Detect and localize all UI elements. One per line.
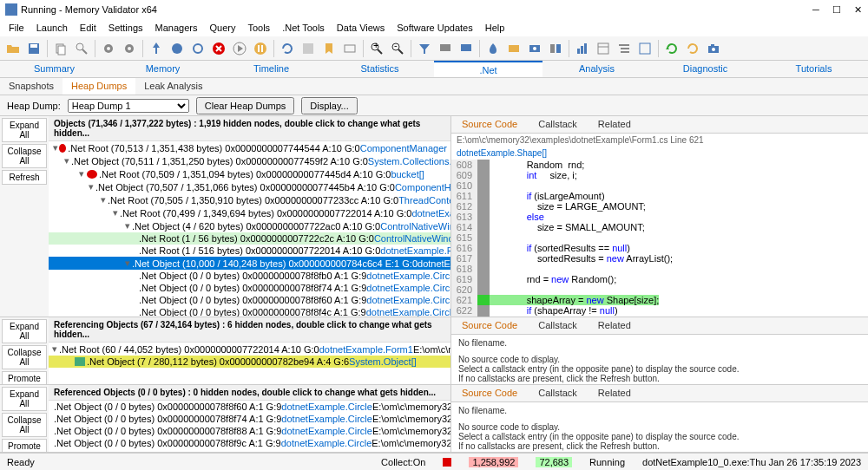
- tree-icon[interactable]: [615, 39, 634, 58]
- menu--net-tools[interactable]: .Net Tools: [277, 21, 330, 35]
- source-line[interactable]: 611 if (isLargeAmount): [451, 191, 868, 201]
- display-icon[interactable]: [436, 39, 455, 58]
- recycle2-icon[interactable]: [683, 39, 702, 58]
- menu-file[interactable]: File: [3, 21, 30, 35]
- tree-row[interactable]: ▾.Net Object (70,507 / 1,351,066 bytes) …: [49, 180, 450, 193]
- tree-row[interactable]: .Net Object (0 / 0 bytes) 0x00000000078f…: [49, 294, 450, 306]
- main-tab-summary[interactable]: Summary: [0, 61, 108, 77]
- source-tab-callstack[interactable]: Callstack: [528, 317, 588, 334]
- gear2-icon[interactable]: [120, 39, 139, 58]
- tree-row[interactable]: ▾.Net Object (4 / 620 bytes) 0x000000000…: [49, 219, 450, 232]
- play-icon[interactable]: [230, 39, 249, 58]
- zoom-out-icon[interactable]: -: [388, 39, 407, 58]
- table-icon[interactable]: [594, 39, 613, 58]
- menu-edit[interactable]: Edit: [75, 21, 102, 35]
- zoom-in-icon[interactable]: +: [367, 39, 386, 58]
- objects-header[interactable]: Objects (71,346 / 1,377,222 bytes) : 1,9…: [49, 116, 450, 141]
- source-line[interactable]: 614 size = SMALL_AMOUNT;: [451, 222, 868, 232]
- chart-icon[interactable]: [573, 39, 592, 58]
- tree-row[interactable]: ▾.Net Root (70,505 / 1,350,910 bytes) 0x…: [49, 193, 450, 206]
- source-line[interactable]: 615: [451, 232, 868, 243]
- tree-row[interactable]: .Net Object (0 / 0 bytes) 0x00000000078f…: [49, 413, 450, 425]
- main-tab-memory[interactable]: Memory: [108, 61, 217, 77]
- tree-row[interactable]: ▾.Net Object (70,511 / 1,351,250 bytes) …: [49, 154, 450, 167]
- compare-icon[interactable]: [546, 39, 565, 58]
- recycle-icon[interactable]: [662, 39, 681, 58]
- display-button[interactable]: Display...: [301, 97, 357, 114]
- menu-tools[interactable]: Tools: [242, 21, 275, 35]
- expand-all-button-3[interactable]: Expand All: [2, 387, 47, 411]
- main-tab-tutorials[interactable]: Tutorials: [760, 61, 868, 77]
- snapshot-icon[interactable]: [525, 39, 544, 58]
- sub-tab-heap-dumps[interactable]: Heap Dumps: [62, 78, 135, 95]
- tree-row[interactable]: .Net Object (0 / 0 bytes) 0x00000000078f…: [49, 282, 450, 294]
- source-tab-callstack[interactable]: Callstack: [528, 385, 588, 401]
- tree-row[interactable]: .Net Object (0 / 0 bytes) 0x00000000078f…: [49, 306, 450, 317]
- watermark-icon[interactable]: [340, 39, 359, 58]
- source-tab-related[interactable]: Related: [588, 385, 641, 401]
- filter-icon[interactable]: [415, 39, 434, 58]
- sub-tab-leak-analysis[interactable]: Leak Analysis: [135, 78, 211, 95]
- heap-dump-select[interactable]: Heap Dump 1: [68, 99, 189, 113]
- collapse-all-button-2[interactable]: Collapse All: [2, 345, 47, 369]
- stop-icon[interactable]: [209, 39, 228, 58]
- source-tab-callstack[interactable]: Callstack: [528, 116, 588, 133]
- gear-icon[interactable]: [99, 39, 118, 58]
- collapse-all-button[interactable]: Collapse All: [2, 144, 47, 168]
- tree-row[interactable]: ▾.Net Root (70,499 / 1,349,694 bytes) 0x…: [49, 206, 450, 219]
- referenced-header[interactable]: Referenced Objects (0 / 0 bytes) : 0 hid…: [49, 385, 450, 401]
- source-line[interactable]: 623 {: [451, 316, 868, 317]
- expand-all-button[interactable]: Expand All: [2, 118, 47, 142]
- window-icon[interactable]: [635, 39, 654, 58]
- sub-tab-snapshots[interactable]: Snapshots: [0, 78, 62, 95]
- source-line[interactable]: 609 int size, i;: [451, 170, 868, 180]
- source-line[interactable]: 613 else: [451, 212, 868, 222]
- leak-icon[interactable]: [483, 39, 503, 58]
- menu-data-views[interactable]: Data Views: [332, 21, 390, 35]
- maximize-button[interactable]: ☐: [832, 4, 842, 15]
- source-line[interactable]: 616 if (sortedResults == null): [451, 243, 868, 253]
- launch-icon[interactable]: [147, 39, 166, 58]
- source-line[interactable]: 621 shapeArray = new Shape[size];: [451, 295, 868, 305]
- menu-help[interactable]: Help: [480, 21, 510, 35]
- menu-query[interactable]: Query: [204, 21, 240, 35]
- refresh-icon[interactable]: [278, 39, 297, 58]
- main-tab-statistics[interactable]: Statistics: [326, 61, 434, 77]
- promote-button-2[interactable]: Promote: [2, 439, 47, 453]
- display2-icon[interactable]: [457, 39, 476, 58]
- open-icon[interactable]: [3, 39, 23, 58]
- source-tab-source-code[interactable]: Source Code: [451, 385, 528, 401]
- source-line[interactable]: 619 rnd = new Random();: [451, 274, 868, 284]
- tree-row[interactable]: .Net Object (0 / 0 bytes) 0x00000000078f…: [49, 425, 450, 437]
- main-tab-diagnostic[interactable]: Diagnostic: [651, 61, 760, 77]
- source-tab-source-code[interactable]: Source Code: [451, 317, 528, 334]
- expand-all-button-2[interactable]: Expand All: [2, 319, 47, 343]
- menu-managers[interactable]: Managers: [150, 21, 203, 35]
- collapse-icon[interactable]: [299, 39, 318, 58]
- tree-row[interactable]: ▾.Net Root (60 / 44,052 bytes) 0x0000000…: [49, 343, 450, 356]
- tree-row[interactable]: .Net Root (1 / 516 bytes) 0x000000000772…: [49, 245, 450, 257]
- save-icon[interactable]: [24, 39, 43, 58]
- tree-row[interactable]: ▾.Net Root (70,509 / 1,351,094 bytes) 0x…: [49, 167, 450, 180]
- find-icon[interactable]: [72, 39, 91, 58]
- clear-heap-dumps-button[interactable]: Clear Heap Dumps: [196, 97, 295, 114]
- inject-icon[interactable]: [168, 39, 187, 58]
- close-button[interactable]: ✕: [852, 4, 863, 15]
- source-tab-source-code[interactable]: Source Code: [451, 116, 528, 133]
- referencing-header[interactable]: Referencing Objects (67 / 324,164 bytes)…: [49, 317, 450, 343]
- refresh-button[interactable]: Refresh: [2, 170, 47, 185]
- pause-icon[interactable]: [251, 39, 270, 58]
- source-line[interactable]: 617 sortedResults = new ArrayList();: [451, 253, 868, 264]
- tree-row[interactable]: .Net Object (7 / 280,112 bytes) 0x000000…: [49, 356, 450, 368]
- source-tab-related[interactable]: Related: [588, 116, 641, 133]
- source-line[interactable]: 618: [451, 264, 868, 274]
- minimize-button[interactable]: ─: [811, 4, 821, 15]
- tree-row[interactable]: .Net Object (0 / 0 bytes) 0x00000000078f…: [49, 270, 450, 282]
- source-line[interactable]: 610: [451, 180, 868, 191]
- tree-row[interactable]: .Net Object (0 / 0 bytes) 0x00000000078f…: [49, 401, 450, 413]
- source-line[interactable]: 622 if (shapeArray != null): [451, 305, 868, 316]
- wait-icon[interactable]: [188, 39, 207, 58]
- tree-row[interactable]: ▾.Net Root (70,513 / 1,351,438 bytes) 0x…: [49, 141, 450, 154]
- main-tab-net[interactable]: .Net: [434, 61, 542, 77]
- source-line[interactable]: 620: [451, 284, 868, 295]
